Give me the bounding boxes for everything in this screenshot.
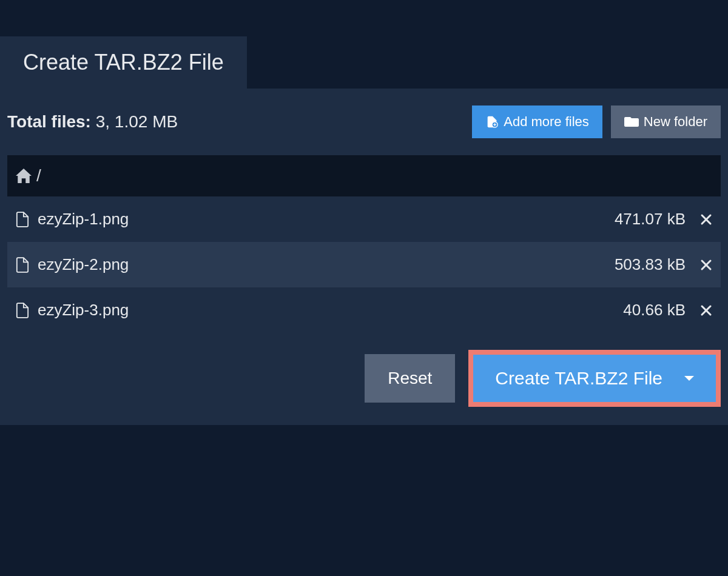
file-add-icon: [485, 115, 499, 129]
summary-text: Total files: 3, 1.02 MB: [7, 112, 178, 132]
create-label: Create TAR.BZ2 File: [495, 368, 662, 389]
file-size: 503.83 kB: [615, 255, 686, 274]
file-size: 40.66 kB: [623, 301, 686, 320]
file-icon: [16, 302, 29, 319]
tab-title: Create TAR.BZ2 File: [23, 50, 224, 75]
file-name: ezyZip-2.png: [38, 255, 606, 274]
tab-create-tarbz2[interactable]: Create TAR.BZ2 File: [0, 36, 247, 89]
add-more-files-label: Add more files: [504, 114, 589, 130]
file-row[interactable]: ezyZip-3.png 40.66 kB: [7, 287, 721, 333]
remove-file-button[interactable]: [700, 259, 712, 271]
chevron-down-icon: [684, 376, 694, 381]
reset-button[interactable]: Reset: [365, 354, 455, 403]
create-archive-button[interactable]: Create TAR.BZ2 File: [473, 355, 716, 402]
new-folder-button[interactable]: New folder: [611, 105, 721, 138]
file-row[interactable]: ezyZip-2.png 503.83 kB: [7, 242, 721, 287]
file-name: ezyZip-1.png: [38, 210, 606, 229]
folder-icon: [624, 116, 639, 128]
file-rows: ezyZip-1.png 471.07 kB: [7, 196, 721, 333]
file-icon: [16, 256, 29, 273]
file-name: ezyZip-3.png: [38, 301, 615, 320]
add-more-files-button[interactable]: Add more files: [472, 105, 602, 138]
breadcrumb[interactable]: /: [7, 155, 721, 196]
home-icon: [16, 169, 32, 183]
breadcrumb-sep: /: [36, 166, 41, 186]
create-highlight: Create TAR.BZ2 File: [468, 350, 721, 407]
summary-bar: Total files: 3, 1.02 MB Add more files: [0, 89, 728, 155]
remove-file-button[interactable]: [700, 304, 712, 316]
file-list: / ezyZip-1.png 471.07 kB: [7, 155, 721, 333]
action-bar: Reset Create TAR.BZ2 File: [0, 333, 728, 413]
file-size: 471.07 kB: [615, 210, 686, 229]
toolbar-buttons: Add more files New folder: [472, 105, 721, 138]
main-panel: Total files: 3, 1.02 MB Add more files: [0, 89, 728, 425]
remove-file-button[interactable]: [700, 213, 712, 226]
reset-label: Reset: [388, 369, 432, 387]
summary-label: Total files:: [7, 112, 91, 131]
file-icon: [16, 211, 29, 228]
file-row[interactable]: ezyZip-1.png 471.07 kB: [7, 196, 721, 242]
new-folder-label: New folder: [644, 114, 707, 130]
summary-value: 3, 1.02 MB: [96, 112, 178, 131]
